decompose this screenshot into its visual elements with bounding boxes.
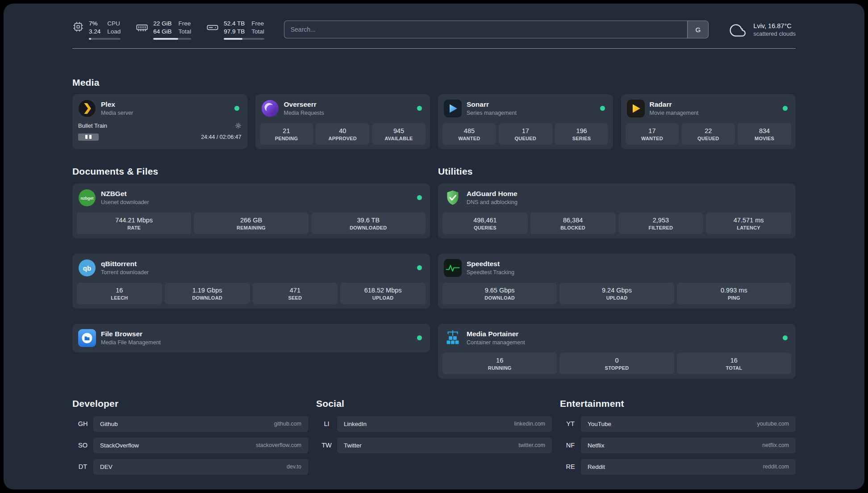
service-link-speedtest[interactable]: Speedtest Speedtest Tracking xyxy=(442,258,791,278)
stat-value: 471 xyxy=(255,287,336,294)
dashboard-container: 7% 3.24 CPU Load 22 GiB xyxy=(72,4,796,484)
bookmark-name: LinkedIn xyxy=(344,421,367,427)
bookmark-domain: netflix.com xyxy=(762,442,789,448)
stat-label: WANTED xyxy=(627,136,677,141)
service-link-adguard[interactable]: AdGuard Home DNS and adblocking xyxy=(442,188,791,208)
service-description: Usenet downloader xyxy=(101,199,149,205)
pause-button[interactable] xyxy=(78,134,99,141)
service-link-filebrowser[interactable]: File Browser Media File Management xyxy=(77,328,426,348)
service-card-plex: Plex Media server Bullet Train 24:44 xyxy=(72,94,247,149)
disk-free-value: 52.4 TB xyxy=(224,20,245,28)
bookmark-name: Github xyxy=(100,421,118,427)
service-link-overseerr[interactable]: Overseerr Media Requests xyxy=(260,99,426,118)
bookmark-netflix[interactable]: NF Netflixnetflix.com xyxy=(560,438,796,453)
bookmark-reddit[interactable]: RE Redditreddit.com xyxy=(560,459,796,475)
bookmark-name: DEV xyxy=(100,464,113,470)
service-link-nzbget[interactable]: nzbget NZBGet Usenet downloader xyxy=(77,188,426,208)
service-name: Radarr xyxy=(650,100,699,109)
bookmark-name: Netflix xyxy=(588,442,605,449)
bookmark-stackoverflow[interactable]: SO StackOverflowstackoverflow.com xyxy=(72,438,308,453)
status-dot xyxy=(783,335,788,340)
service-description: Series management xyxy=(467,110,517,116)
cloud-icon xyxy=(728,22,748,39)
status-dot xyxy=(417,195,422,200)
bookmarks-section: Developer GH Githubgithub.com SO StackOv… xyxy=(72,398,796,484)
bookmark-abbr: NF xyxy=(560,438,581,453)
service-link-plex[interactable]: Plex Media server xyxy=(77,99,243,118)
memory-total-label: Total xyxy=(179,28,192,36)
service-link-qbittorrent[interactable]: qb qBittorrent Torrent downloader xyxy=(77,258,426,278)
stat-value: 22 xyxy=(683,127,733,134)
service-stats: 16 RUNNING 0 STOPPED 16 TOTAL xyxy=(442,353,791,374)
stat-label: DOWNLOAD xyxy=(167,295,248,301)
stat-rate: 744.21 Mbps RATE xyxy=(77,213,191,234)
sonarr-icon xyxy=(444,100,462,117)
stat-label: LEECH xyxy=(79,295,160,301)
bookmark-domain: dev.to xyxy=(287,464,301,470)
status-dot xyxy=(234,106,239,111)
settings-icon[interactable] xyxy=(235,122,242,129)
disk-usage-fill xyxy=(224,38,242,40)
stat-value: 16 xyxy=(79,287,160,294)
stat-label: REMAINING xyxy=(196,225,306,230)
service-name: Sonarr xyxy=(467,100,517,109)
cpu-label-bottom: Load xyxy=(107,28,121,36)
stat-download: 9.65 Gbps DOWNLOAD xyxy=(442,283,557,304)
service-name: NZBGet xyxy=(101,190,149,198)
disk-widget-body: 52.4 TB 97.9 TB Free Total xyxy=(224,20,264,40)
bookmark-abbr: YT xyxy=(560,416,581,432)
weather-widget: Lviv, 16.87°C scattered clouds xyxy=(728,21,796,39)
bookmark-github[interactable]: GH Githubgithub.com xyxy=(72,416,308,432)
service-link-portainer[interactable]: Media Portainer Container management xyxy=(442,328,791,348)
service-name: Plex xyxy=(101,100,133,109)
section-media: Media Plex Media server Bullet Train xyxy=(72,77,796,149)
service-stats: 9.65 Gbps DOWNLOAD 9.24 Gbps UPLOAD 0.99… xyxy=(442,283,791,304)
section-documents: Documents & Files nzbget NZBGet Usenet d… xyxy=(72,166,430,352)
speedtest-icon xyxy=(444,259,462,277)
stat-queued: 17 QUEUED xyxy=(499,123,552,145)
stat-downloaded: 39.6 TB DOWNLOADED xyxy=(311,213,426,234)
stat-value: 834 xyxy=(739,127,789,134)
status-dot xyxy=(417,265,422,270)
service-meta: Media Portainer Container management xyxy=(467,330,525,346)
stat-label: WANTED xyxy=(444,136,494,141)
bookmark-linkedin[interactable]: LI LinkedInlinkedin.com xyxy=(316,416,552,432)
stat-blocked: 86,384 BLOCKED xyxy=(530,213,616,234)
service-name: Overseerr xyxy=(284,100,324,109)
cpu-icon xyxy=(72,21,84,33)
status-dot xyxy=(417,335,422,340)
cpu-usage-fill xyxy=(89,38,91,40)
status-dot xyxy=(783,106,788,111)
service-meta: NZBGet Usenet downloader xyxy=(101,190,149,205)
stat-label: DOWNLOADED xyxy=(313,225,424,230)
search-input[interactable] xyxy=(284,21,688,38)
disk-total-value: 97.9 TB xyxy=(224,28,245,36)
service-description: Speedtest Tracking xyxy=(467,269,514,276)
service-meta: Sonarr Series management xyxy=(467,100,517,116)
stat-value: 39.6 TB xyxy=(313,217,424,224)
stat-upload: 9.24 Gbps UPLOAD xyxy=(559,283,674,304)
bookmark-twitter[interactable]: TW Twittertwitter.com xyxy=(316,438,552,453)
stat-label: LATENCY xyxy=(708,225,789,230)
nzbget-icon: nzbget xyxy=(78,189,96,207)
search-provider-button[interactable]: G xyxy=(687,21,708,38)
stat-value: 9.24 Gbps xyxy=(561,287,672,294)
bookmark-name: YouTube xyxy=(588,421,611,427)
bookmark-dev[interactable]: DT DEVdev.to xyxy=(72,459,308,475)
service-meta: AdGuard Home DNS and adblocking xyxy=(467,190,517,205)
bookmark-name: Reddit xyxy=(588,464,605,470)
service-stats: 744.21 Mbps RATE 266 GB REMAINING 39.6 T… xyxy=(77,213,426,234)
service-link-radarr[interactable]: Radarr Movie management xyxy=(626,99,792,118)
stat-label: QUERIES xyxy=(444,225,526,230)
adguard-icon xyxy=(444,189,462,207)
bookmark-youtube[interactable]: YT YouTubeyoutube.com xyxy=(560,416,796,432)
stat-label: MOVIES xyxy=(739,136,789,141)
bookmark-domain: youtube.com xyxy=(757,421,789,427)
cpu-widget-body: 7% 3.24 CPU Load xyxy=(89,20,121,40)
stat-wanted: 17 WANTED xyxy=(626,123,679,145)
middle-columns: Documents & Files nzbget NZBGet Usenet d… xyxy=(72,166,796,379)
stat-value: 0 xyxy=(561,357,672,364)
svg-text:qb: qb xyxy=(83,264,91,272)
service-link-sonarr[interactable]: Sonarr Series management xyxy=(442,99,609,118)
now-playing-title: Bullet Train xyxy=(78,122,107,129)
